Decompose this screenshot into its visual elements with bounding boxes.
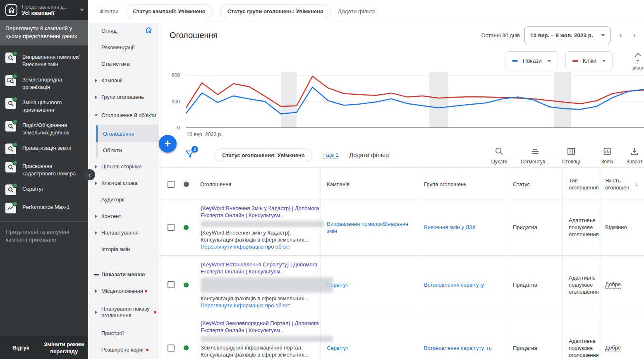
column-header-ad-group[interactable]: Група оголошень	[418, 168, 507, 199]
ad-status: Придатна	[507, 199, 563, 255]
search-ad-icon	[5, 162, 16, 172]
nav-item-ads[interactable]: Оголошення	[96, 125, 159, 142]
filter-count-badge: 2	[192, 146, 198, 153]
ad-title-link[interactable]: {KeyWord:Землевпорядний Портал} | Допомо…	[201, 320, 321, 334]
collapse-icon	[95, 115, 98, 117]
create-ad-fab[interactable]: +	[159, 135, 177, 153]
change-view-mode-button[interactable]: Змінити режим перегляду	[40, 341, 88, 355]
campaign-item[interactable]: Сервітут	[5, 184, 86, 196]
nav-item-assets[interactable]: Об'єкти	[96, 142, 159, 158]
metric-selector-impressions[interactable]: Покази	[505, 51, 558, 70]
nav-item-ad-groups[interactable]: Групи оголошень	[88, 89, 159, 105]
nav-item-ads-assets[interactable]: Оголошення й об'єкти	[88, 105, 159, 125]
column-header-campaign[interactable]: Кампанія	[321, 168, 418, 199]
nav-item-audiences[interactable]: Аудиторії	[88, 191, 159, 208]
column-header-quality[interactable]: Якістьоголошен↓	[599, 168, 644, 199]
collapse-nav-button[interactable]: ‹	[84, 169, 95, 180]
column-header-status[interactable]: Статус	[507, 168, 563, 199]
nav-item-recommendations[interactable]: Рекомендації	[88, 39, 159, 56]
ad-title-link[interactable]: {KeyWord:Встановлення Сервітуту} | Допом…	[201, 261, 321, 275]
ad-preview: {KeyWord:Землевпорядний Портал} | Допомо…	[194, 314, 321, 359]
date-range-picker[interactable]: 10 вер. – 9 жов. 2023 р.	[524, 26, 610, 44]
campaign-item[interactable]: Приватизація землі	[5, 143, 86, 155]
segment-button[interactable]: Сегментув...	[517, 146, 553, 165]
nav-item-landing-pages[interactable]: Цільові сторінки	[88, 158, 159, 175]
campaign-item[interactable]: Землевпорядна організація	[5, 75, 86, 91]
campaign-item[interactable]: Performance Max-1	[5, 202, 86, 214]
next-range-button[interactable]: ›	[633, 31, 636, 39]
campaign-list: Виправлення помилок/Внесення змін Землев…	[0, 45, 88, 214]
chevron-down-icon	[602, 60, 606, 62]
campaign-item[interactable]: Присвоєння кадастрового номера	[5, 161, 86, 177]
status-dot	[12, 96, 18, 102]
redacted-url	[201, 336, 333, 342]
nav-item-keywords[interactable]: Ключові слова	[88, 175, 159, 191]
search-button[interactable]: Шукати	[481, 146, 517, 165]
chart-type-button[interactable]: Т діагр	[625, 52, 644, 71]
filter-funnel-icon[interactable]: 2	[185, 149, 196, 161]
nav-item-overview[interactable]: Огляд	[88, 23, 159, 39]
campaign-status-filter-chip[interactable]: Статус кампанії: Увімкнено	[126, 5, 213, 18]
status-dot	[12, 160, 18, 165]
nav-item-change-history[interactable]: Історія змін	[88, 241, 159, 258]
impressions-color-dash	[512, 60, 518, 62]
home-icon	[5, 4, 17, 16]
campaign-item[interactable]: Зміна цільового призначення	[5, 98, 86, 114]
columns-icon	[567, 147, 576, 156]
adgroup-status-filter-chip[interactable]: Статус групи оголошень: Увімкнено	[220, 5, 331, 18]
more-filters-link[interactable]: і ще 1	[323, 152, 338, 159]
column-header-ad[interactable]: Оголошення	[194, 168, 321, 199]
campaign-link[interactable]: Сервітут	[321, 314, 418, 359]
ad-quality: Добре	[599, 314, 644, 359]
nav-item-devices[interactable]: Пристрої	[88, 325, 159, 342]
ad-status-filter-chip[interactable]: Статус оголошення: Увімкнено	[215, 148, 312, 162]
chart-plot-area[interactable]	[186, 72, 644, 130]
nav-item-locations[interactable]: Місцеположення	[88, 283, 159, 299]
table-row[interactable]: {KeyWord:Встановлення Сервітуту} | Допом…	[159, 256, 644, 314]
ad-title-link[interactable]: {KeyWord:Внесення Змін у Кадастр} | Допо…	[201, 205, 321, 219]
ads-table: Оголошення Кампанія Група оголошень Стат…	[159, 167, 644, 359]
columns-button[interactable]: Стовпці	[553, 146, 589, 165]
table-row[interactable]: {KeyWord:Землевпорядний Портал} | Допомо…	[159, 314, 644, 359]
y-tick-label: 300	[172, 99, 180, 105]
campaign-item[interactable]: Поділ/Об'єднання земельних ділянок	[5, 120, 86, 136]
expand-icon	[95, 165, 97, 168]
add-filter-button[interactable]: Додати фільтр	[338, 8, 376, 14]
campaign-link[interactable]: Сервітут	[321, 256, 418, 314]
nav-item-ad-schedule[interactable]: Планування показу оголошення	[88, 299, 159, 325]
column-header-type[interactable]: Типоголошення	[563, 168, 599, 199]
nav-item-settings[interactable]: Налаштування	[88, 225, 159, 241]
chart-y-axis: 0300600	[165, 72, 182, 130]
performance-chart-svg	[186, 72, 644, 130]
row-checkbox[interactable]	[168, 224, 175, 231]
campaign-link[interactable]: Виправлення помилок/Внесення змін	[321, 199, 418, 255]
view-type-label: Представлення д...	[22, 4, 75, 10]
nav-item-content[interactable]: Контент	[88, 208, 159, 225]
table-row[interactable]: {KeyWord:Внесення Змін у Кадастр} | Допо…	[159, 199, 644, 256]
view-asset-info-link[interactable]: Переглянути інформацію про об'єкт	[201, 243, 317, 250]
select-all-checkbox[interactable]	[168, 181, 175, 188]
nav-item-advanced-adjustments[interactable]: Розширене кориг	[88, 342, 159, 358]
view-asset-info-link[interactable]: Переглянути інформацію про об'єкт	[201, 302, 317, 309]
nav-item-campaigns[interactable]: Кампанії	[88, 72, 159, 89]
reports-button[interactable]: Звіти	[589, 146, 625, 165]
ad-group-link[interactable]: Встановлення сервітуту_ru	[418, 314, 507, 359]
data-view-selector[interactable]: Представлення д... Усі кампанії	[0, 0, 88, 20]
performance-max-icon	[5, 203, 16, 213]
prev-range-button[interactable]: ‹	[620, 31, 622, 39]
ad-group-link[interactable]: Встановлення сервітуту	[418, 256, 507, 314]
table-toolbar: 2 Статус оголошення: Увімкнено і ще 1 До…	[159, 143, 644, 167]
ad-group-link[interactable]: Внесення змін у ДЗК	[418, 199, 507, 255]
reports-icon	[603, 147, 612, 156]
add-filter-button[interactable]: Додати фільтр	[349, 152, 389, 158]
campaign-name: Присвоєння кадастрового номера	[22, 161, 86, 177]
nav-item-insights[interactable]: Статистика	[88, 56, 159, 72]
table-header-row: Оголошення Кампанія Група оголошень Стат…	[159, 168, 644, 199]
metric-selector-clicks[interactable]: Кліки	[565, 51, 613, 70]
feedback-button[interactable]: Відгук	[12, 345, 29, 351]
campaign-item[interactable]: Виправлення помилок/Внесення змін	[5, 52, 86, 68]
row-checkbox[interactable]	[168, 345, 175, 352]
show-less-button[interactable]: Показати менше	[88, 266, 159, 283]
row-checkbox[interactable]	[168, 281, 175, 288]
download-button[interactable]: Завант	[625, 146, 644, 165]
